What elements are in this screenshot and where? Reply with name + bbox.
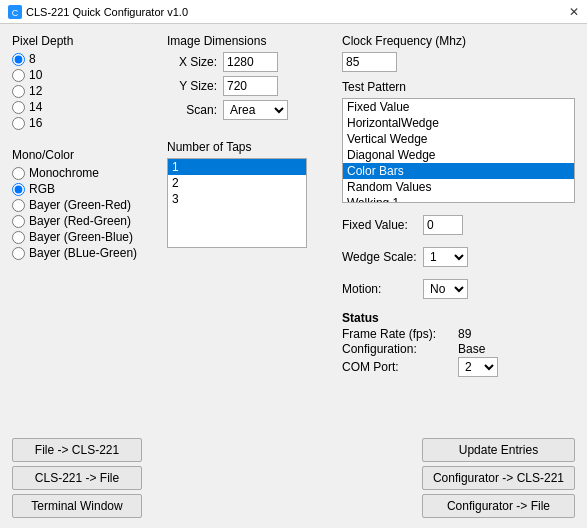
test-pattern-vert-wedge[interactable]: Vertical Wedge	[343, 131, 574, 147]
fixed-value-label: Fixed Value:	[342, 218, 417, 232]
pixel-depth-label: Pixel Depth	[12, 34, 167, 48]
bayer-rg-option[interactable]: Bayer (Red-Green)	[12, 214, 167, 228]
pixel-depth-16[interactable]: 16	[12, 116, 167, 130]
image-dimensions-label: Image Dimensions	[167, 34, 342, 48]
bayer-gb-option[interactable]: Bayer (Green-Blue)	[12, 230, 167, 244]
bayer-bg-option[interactable]: Bayer (BLue-Green)	[12, 246, 167, 260]
status-label: Status	[342, 311, 575, 325]
taps-item-3[interactable]: 3	[168, 191, 306, 207]
pixel-depth-10-label: 10	[29, 68, 42, 82]
motion-select[interactable]: No Yes	[423, 279, 468, 299]
configurator-to-file-button[interactable]: Configurator -> File	[422, 494, 575, 518]
monochrome-label: Monochrome	[29, 166, 99, 180]
wedge-scale-select[interactable]: 1 2 4	[423, 247, 468, 267]
svg-text:C: C	[12, 8, 19, 18]
xsize-input[interactable]	[223, 52, 278, 72]
file-to-device-button[interactable]: File -> CLS-221	[12, 438, 142, 462]
bayer-rg-label: Bayer (Red-Green)	[29, 214, 131, 228]
taps-listbox[interactable]: 1 2 3	[167, 158, 307, 248]
test-pattern-horiz-wedge[interactable]: HorizontalWedge	[343, 115, 574, 131]
bayer-gr-label: Bayer (Green-Red)	[29, 198, 131, 212]
configuration-key: Configuration:	[342, 342, 452, 356]
taps-item-2[interactable]: 2	[168, 175, 306, 191]
configurator-to-device-button[interactable]: Configurator -> CLS-221	[422, 466, 575, 490]
terminal-window-button[interactable]: Terminal Window	[12, 494, 142, 518]
ysize-input[interactable]	[223, 76, 278, 96]
close-button[interactable]: ✕	[569, 5, 579, 19]
num-taps-label: Number of Taps	[167, 140, 342, 154]
ysize-label: Y Size:	[167, 79, 217, 93]
test-pattern-walking-1[interactable]: Walking 1	[343, 195, 574, 203]
scan-select[interactable]: Area Line	[223, 100, 288, 120]
device-to-file-button[interactable]: CLS-221 -> File	[12, 466, 142, 490]
pixel-depth-8[interactable]: 8	[12, 52, 167, 66]
test-pattern-color-bars[interactable]: Color Bars	[343, 163, 574, 179]
frame-rate-value: 89	[458, 327, 471, 341]
bayer-bg-label: Bayer (BLue-Green)	[29, 246, 137, 260]
monochrome-option[interactable]: Monochrome	[12, 166, 167, 180]
fixed-value-input[interactable]	[423, 215, 463, 235]
app-icon: C	[8, 5, 22, 19]
pixel-depth-16-label: 16	[29, 116, 42, 130]
pixel-depth-14-label: 14	[29, 100, 42, 114]
pixel-depth-10[interactable]: 10	[12, 68, 167, 82]
update-entries-button[interactable]: Update Entries	[422, 438, 575, 462]
bayer-gb-label: Bayer (Green-Blue)	[29, 230, 133, 244]
right-buttons: Update Entries Configurator -> CLS-221 C…	[422, 438, 575, 518]
mono-color-label: Mono/Color	[12, 148, 167, 162]
pixel-depth-14[interactable]: 14	[12, 100, 167, 114]
test-pattern-fixed-value[interactable]: Fixed Value	[343, 99, 574, 115]
clock-freq-input[interactable]	[342, 52, 397, 72]
left-buttons: File -> CLS-221 CLS-221 -> File Terminal…	[12, 438, 142, 518]
pixel-depth-12-label: 12	[29, 84, 42, 98]
title-text: CLS-221 Quick Configurator v1.0	[26, 6, 188, 18]
rgb-option[interactable]: RGB	[12, 182, 167, 196]
com-port-select[interactable]: 1 2 3 4	[458, 357, 498, 377]
taps-item-1[interactable]: 1	[168, 159, 306, 175]
pixel-depth-12[interactable]: 12	[12, 84, 167, 98]
wedge-scale-label: Wedge Scale:	[342, 250, 417, 264]
mono-color-group: Monochrome RGB Bayer (Green-Red) Bayer (…	[12, 166, 167, 260]
test-pattern-random-values[interactable]: Random Values	[343, 179, 574, 195]
frame-rate-key: Frame Rate (fps):	[342, 327, 452, 341]
com-port-key: COM Port:	[342, 360, 452, 374]
xsize-label: X Size:	[167, 55, 217, 69]
bayer-gr-option[interactable]: Bayer (Green-Red)	[12, 198, 167, 212]
scan-label: Scan:	[167, 103, 217, 117]
rgb-label: RGB	[29, 182, 55, 196]
title-bar: C CLS-221 Quick Configurator v1.0 ✕	[0, 0, 587, 24]
pixel-depth-8-label: 8	[29, 52, 36, 66]
test-pattern-listbox[interactable]: Fixed Value HorizontalWedge Vertical Wed…	[342, 98, 575, 203]
clock-freq-label: Clock Frequency (Mhz)	[342, 34, 575, 48]
test-pattern-label: Test Pattern	[342, 80, 575, 94]
test-pattern-diag-wedge[interactable]: Diagonal Wedge	[343, 147, 574, 163]
configuration-value: Base	[458, 342, 485, 356]
pixel-depth-group: 8 10 12 14 1	[12, 52, 167, 130]
motion-label: Motion:	[342, 282, 417, 296]
